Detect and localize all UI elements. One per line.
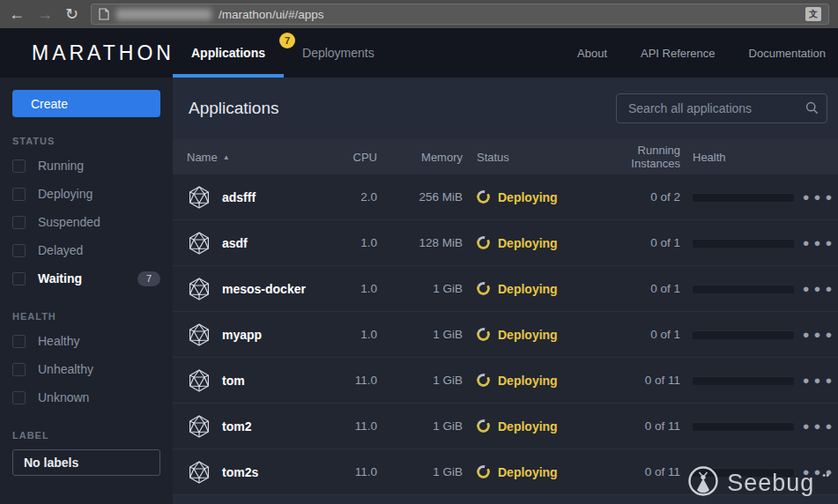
search-icon (805, 101, 819, 118)
row-menu-button[interactable]: ● ● ● (798, 282, 838, 295)
app-status: Deploying (498, 190, 558, 204)
app-cpu: 1.0 (344, 328, 386, 341)
link-api-reference[interactable]: API Reference (641, 47, 716, 60)
table-row[interactable]: adsfff 2.0 256 MiB Deploying 0 of 2 ● ● … (173, 174, 838, 220)
app-name: adsfff (222, 190, 256, 204)
row-menu-button[interactable]: ● ● ● (798, 419, 838, 433)
filter-status-delayed[interactable]: Delayed (12, 236, 162, 264)
row-menu-button[interactable]: ● ● ● (798, 374, 838, 387)
column-running-instances[interactable]: Running Instances (586, 144, 687, 170)
app-polyhedron-icon (187, 368, 211, 393)
app-name: asdf (222, 236, 248, 250)
filter-status-deploying[interactable]: Deploying (12, 180, 162, 208)
app-cpu: 11.0 (344, 374, 386, 387)
app-cpu: 2.0 (344, 190, 386, 204)
filter-count-badge: 7 (137, 271, 160, 286)
app-cpu: 1.0 (344, 282, 386, 295)
checkbox-icon[interactable] (12, 188, 26, 201)
health-filter-list: Healthy Unhealthy Unknown (12, 327, 162, 411)
app-instances: 0 of 2 (586, 190, 687, 204)
health-section-title: HEALTH (12, 311, 162, 322)
forward-arrow-icon[interactable]: → (37, 6, 53, 22)
nav-tabs: Applications 7 Deployments (173, 28, 393, 78)
link-documentation[interactable]: Documentation (749, 47, 826, 60)
app-instances: 0 of 1 (586, 282, 687, 295)
top-navigation: MARATHON Applications 7 Deployments Abou… (0, 28, 838, 78)
app-polyhedron-icon (187, 185, 211, 210)
deployments-count-badge: 7 (279, 33, 295, 48)
app-cpu: 1.0 (344, 236, 386, 249)
filter-health-unknown[interactable]: Unknown (12, 383, 162, 411)
health-bar (693, 330, 794, 339)
app-memory: 1 GiB (386, 465, 471, 478)
url-text[interactable]: /marathon/ui/#/apps (219, 8, 798, 21)
app-memory: 1 GiB (386, 328, 471, 341)
app-status: Deploying (498, 328, 558, 342)
row-menu-button[interactable]: ● ● ● (798, 190, 838, 204)
back-arrow-icon[interactable]: ← (9, 6, 25, 22)
deploying-spinner-icon (477, 465, 490, 478)
checkbox-icon[interactable] (12, 159, 26, 173)
app-instances: 0 of 11 (586, 465, 687, 478)
column-status[interactable]: Status (471, 151, 586, 164)
row-menu-button[interactable]: ● ● ● (798, 236, 838, 249)
table-row[interactable]: tom2s 11.0 1 GiB Deploying 0 of 11 ● ● ● (173, 449, 838, 495)
health-bar (693, 422, 794, 431)
app-memory: 1 GiB (386, 282, 471, 295)
status-section-title: STATUS (12, 136, 162, 146)
filter-health-healthy[interactable]: Healthy (12, 327, 162, 355)
tab-deployments[interactable]: 7 Deployments (284, 28, 393, 78)
filter-health-unhealthy[interactable]: Unhealthy (12, 355, 162, 383)
app-name: tom2s (222, 465, 258, 479)
table-header: Name▲ CPU Memory Status Running Instance… (173, 139, 838, 174)
labels-dropdown[interactable]: No labels (12, 449, 160, 476)
table-row[interactable]: tom2 11.0 1 GiB Deploying 0 of 11 ● ● ● (173, 404, 838, 449)
brand: MARATHON (0, 28, 173, 78)
app-polyhedron-icon (187, 277, 211, 301)
app-cpu: 11.0 (344, 465, 386, 478)
app-status: Deploying (498, 419, 558, 434)
checkbox-icon[interactable] (12, 244, 26, 257)
row-menu-button[interactable]: ● ● ● (798, 328, 838, 341)
app-name: mesos-docker (222, 282, 306, 296)
filter-status-suspended[interactable]: Suspended (12, 208, 162, 236)
translate-icon[interactable]: 文 (805, 7, 821, 21)
deploying-spinner-icon (477, 328, 490, 341)
reload-icon[interactable]: ↻ (65, 6, 78, 22)
deploying-spinner-icon (477, 190, 490, 204)
column-cpu[interactable]: CPU (344, 151, 386, 164)
app-memory: 1 GiB (386, 419, 471, 433)
label-section-title: LABEL (12, 430, 162, 441)
browser-toolbar: ← → ↻ /marathon/ui/#/apps 文 (0, 0, 838, 28)
column-name[interactable]: Name▲ (173, 151, 344, 164)
app-polyhedron-icon (187, 414, 211, 439)
applications-table: adsfff 2.0 256 MiB Deploying 0 of 2 ● ● … (173, 174, 838, 495)
filter-status-waiting[interactable]: Waiting 7 (12, 264, 162, 293)
sidebar: Create STATUS Running Deploying Suspende… (0, 78, 173, 504)
link-about[interactable]: About (577, 47, 607, 60)
checkbox-icon[interactable] (12, 335, 26, 348)
search-input[interactable] (616, 93, 827, 123)
health-bar (693, 285, 794, 293)
app-name: tom (222, 374, 245, 388)
tab-applications[interactable]: Applications (173, 28, 284, 78)
sort-asc-icon: ▲ (223, 153, 230, 161)
checkbox-icon[interactable] (12, 216, 26, 229)
column-memory[interactable]: Memory (386, 151, 471, 164)
app-status: Deploying (498, 282, 558, 296)
app-polyhedron-icon (187, 322, 211, 347)
checkbox-icon[interactable] (12, 391, 26, 404)
table-row[interactable]: tom 11.0 1 GiB Deploying 0 of 11 ● ● ● (173, 358, 838, 404)
checkbox-icon[interactable] (12, 272, 26, 285)
column-health[interactable]: Health (687, 151, 798, 164)
table-row[interactable]: asdf 1.0 128 MiB Deploying 0 of 1 ● ● ● (173, 220, 838, 266)
app-memory: 128 MiB (386, 236, 471, 249)
checkbox-icon[interactable] (12, 363, 26, 376)
app-instances: 0 of 1 (586, 236, 687, 249)
filter-status-running[interactable]: Running (12, 152, 162, 180)
table-row[interactable]: myapp 1.0 1 GiB Deploying 0 of 1 ● ● ● (173, 312, 838, 358)
table-row[interactable]: mesos-docker 1.0 1 GiB Deploying 0 of 1 … (173, 266, 838, 312)
create-button[interactable]: Create (12, 90, 160, 117)
row-menu-button[interactable]: ● ● ● (798, 465, 838, 478)
address-bar[interactable]: /marathon/ui/#/apps 文 (91, 4, 829, 25)
